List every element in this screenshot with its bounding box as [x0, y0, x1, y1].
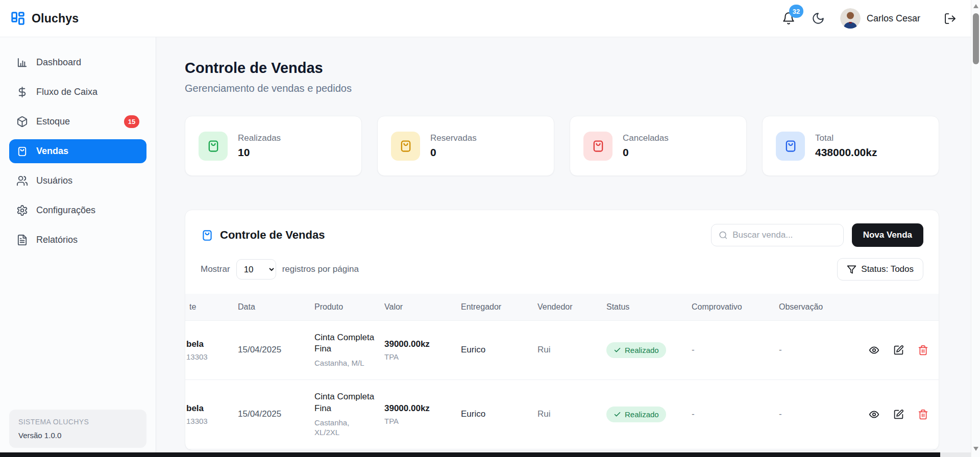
note-value: - — [779, 409, 782, 419]
seller: Rui — [537, 409, 551, 419]
client-name: bela — [186, 339, 230, 349]
sidebar-item-relatorios[interactable]: Relatórios — [9, 228, 146, 252]
scroll-down-arrow[interactable] — [973, 446, 979, 451]
top-header: Oluchys 32 Carlos Cesar — [0, 0, 980, 37]
sidebar-item-fluxo-de-caixa[interactable]: Fluxo de Caixa — [9, 80, 146, 104]
edit-button[interactable] — [893, 345, 904, 356]
status-badge: Realizado — [606, 342, 666, 358]
horizontal-scrollbar[interactable] — [0, 452, 971, 457]
system-name: SISTEMA OLUCHYS — [18, 418, 137, 426]
stat-label: Canceladas — [623, 133, 669, 143]
new-sale-button[interactable]: Nova Venda — [852, 223, 923, 247]
col-header-produto: Produto — [310, 294, 380, 320]
product-variant: Castanha, XL/2XL — [314, 418, 376, 438]
receipt-value: - — [692, 409, 695, 419]
edit-icon — [893, 345, 904, 356]
notifications-button[interactable]: 32 — [781, 11, 796, 26]
stat-card-realizadas: Realizadas 10 — [185, 116, 362, 176]
dark-mode-toggle[interactable] — [812, 12, 825, 25]
sidebar-item-estoque[interactable]: Estoque 15 — [9, 110, 146, 134]
stat-card-total: Total 438000.00kz — [762, 116, 939, 176]
dollar-icon — [16, 86, 28, 98]
stock-count-badge: 15 — [124, 115, 139, 128]
eye-icon — [869, 409, 879, 420]
edit-button[interactable] — [893, 409, 904, 420]
col-header-entregador: Entregador — [457, 294, 533, 320]
search-box — [711, 224, 844, 246]
sidebar-item-configuracoes[interactable]: Configurações — [9, 198, 146, 222]
main-content: Controle de Vendas Gerenciamento de vend… — [156, 37, 980, 457]
col-header-vendedor: Vendedor — [533, 294, 602, 320]
status-filter-button[interactable]: Status: Todos — [837, 258, 923, 281]
logout-icon — [944, 12, 957, 25]
view-button[interactable] — [869, 409, 879, 420]
sale-date: 15/04/2025 — [238, 345, 281, 354]
stat-card-reservadas: Reservadas 0 — [377, 116, 554, 176]
receipt-value: - — [692, 345, 695, 354]
per-page-select[interactable]: 10 — [236, 259, 276, 280]
sales-table-card: Controle de Vendas Nova Venda Mostrar 10 — [185, 210, 939, 450]
file-text-icon — [16, 234, 28, 246]
client-sub: 13303 — [186, 352, 230, 361]
col-header-status: Status — [602, 294, 688, 320]
gear-icon — [16, 205, 28, 216]
sidebar-item-usuarios[interactable]: Usuários — [9, 169, 146, 193]
horizontal-scroll-thumb[interactable] — [0, 452, 940, 457]
page-title: Controle de Vendas — [185, 60, 939, 77]
product-variant: Castanha, M/L — [314, 358, 376, 368]
user-name: Carlos Cesar — [867, 13, 920, 24]
stat-value: 438000.00kz — [815, 146, 877, 159]
col-header-cliente: te — [185, 294, 234, 320]
check-icon — [614, 411, 621, 418]
table-card-title: Controle de Vendas — [220, 229, 325, 242]
sidebar-item-label: Estoque — [36, 116, 70, 127]
bar-chart-icon — [16, 57, 28, 68]
col-header-comprovativo: Comprovativo — [688, 294, 775, 320]
stat-value: 0 — [430, 146, 477, 159]
product-name: Cinta Completa Fina — [314, 391, 376, 415]
sidebar-item-label: Relatórios — [36, 235, 78, 245]
col-header-actions — [850, 294, 939, 320]
payment-method: TPA — [384, 352, 453, 361]
table-row: bela 13303 15/04/2025 Cinta Completa Fin… — [185, 379, 939, 449]
search-input[interactable] — [732, 230, 836, 240]
col-header-valor: Valor — [380, 294, 457, 320]
bag-icon-green — [199, 132, 228, 161]
sidebar-item-label: Dashboard — [36, 57, 81, 68]
vertical-scroll-thumb[interactable] — [973, 13, 979, 64]
brand-name: Oluchys — [32, 12, 79, 26]
filter-icon — [847, 265, 856, 274]
sidebar-item-vendas[interactable]: Vendas — [9, 139, 146, 163]
moon-icon — [812, 12, 825, 25]
show-label: Mostrar — [201, 264, 230, 274]
sale-value: 39000.00kz — [384, 339, 453, 349]
delete-button[interactable] — [918, 345, 928, 356]
eye-icon — [869, 345, 879, 356]
check-icon — [614, 346, 621, 354]
trash-icon — [918, 345, 928, 356]
vertical-scrollbar[interactable] — [971, 0, 980, 457]
delete-button[interactable] — [918, 409, 928, 420]
note-value: - — [779, 345, 782, 354]
scroll-up-arrow[interactable] — [973, 4, 979, 9]
sidebar-footer: SISTEMA OLUCHYS Versão 1.0.0 — [9, 410, 146, 448]
product-name: Cinta Completa Fina — [314, 332, 376, 356]
shopping-bag-icon — [16, 145, 28, 157]
sales-table: te Data Produto Valor Entregador Vendedo… — [185, 294, 939, 450]
stat-value: 10 — [238, 146, 281, 159]
sidebar-item-dashboard[interactable]: Dashboard — [9, 50, 146, 74]
table-row-partial — [185, 449, 939, 450]
payment-method: TPA — [384, 417, 453, 425]
app-logo-icon — [10, 11, 26, 26]
logout-button[interactable] — [944, 12, 957, 25]
client-name: bela — [186, 403, 230, 414]
bag-icon-red — [583, 132, 612, 161]
bag-icon-blue — [776, 132, 805, 161]
view-button[interactable] — [869, 345, 879, 356]
sidebar-item-label: Vendas — [36, 146, 68, 157]
stat-label: Reservadas — [430, 133, 477, 143]
notification-count-badge: 32 — [789, 5, 803, 18]
per-page-suffix: registros por página — [282, 264, 359, 274]
user-menu[interactable]: Carlos Cesar — [840, 8, 920, 29]
client-sub: 13303 — [186, 417, 230, 425]
